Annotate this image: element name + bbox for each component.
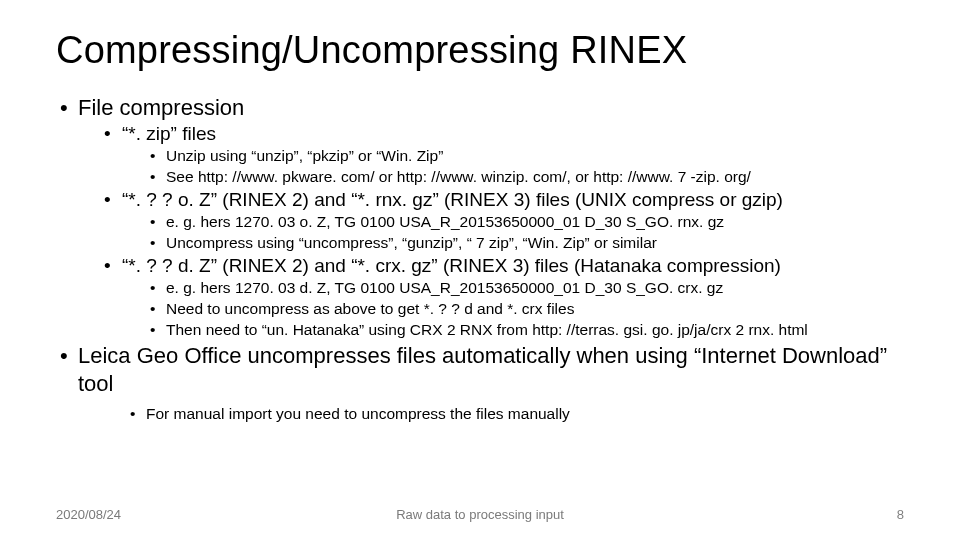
text: Need to uncompress as above to get *. ? … xyxy=(166,300,574,317)
text: Unzip using “unzip”, “pkzip” or “Win. Zi… xyxy=(166,147,443,164)
text: For manual import you need to uncompress… xyxy=(146,405,570,422)
bullet-oz-files: “*. ? ? o. Z” (RINEX 2) and “*. rnx. gz”… xyxy=(102,188,904,253)
bullet-oz-b: Uncompress using “uncompress”, “gunzip”,… xyxy=(146,233,904,253)
bullet-dz-c: Then need to “un. Hatanaka” using CRX 2 … xyxy=(146,320,904,340)
bullet-dz-b: Need to uncompress as above to get *. ? … xyxy=(146,299,904,319)
bullet-leica-a: For manual import you need to uncompress… xyxy=(126,404,904,424)
text: e. g. hers 1270. 03 d. Z, TG 0100 USA_R_… xyxy=(166,279,723,296)
bullet-leica: Leica Geo Office uncompresses files auto… xyxy=(56,342,904,424)
bullet-dz-files: “*. ? ? d. Z” (RINEX 2) and “*. crx. gz”… xyxy=(102,254,904,340)
text: “*. ? ? d. Z” (RINEX 2) and “*. crx. gz”… xyxy=(122,255,781,276)
bullet-file-compression: File compression “*. zip” files Unzip us… xyxy=(56,94,904,340)
bullet-oz-a: e. g. hers 1270. 03 o. Z, TG 0100 USA_R_… xyxy=(146,212,904,232)
text: See http: //www. pkware. com/ or http: /… xyxy=(166,168,751,185)
bullet-zip-b: See http: //www. pkware. com/ or http: /… xyxy=(146,167,904,187)
text: “*. ? ? o. Z” (RINEX 2) and “*. rnx. gz”… xyxy=(122,189,783,210)
footer-page-number: 8 xyxy=(897,507,904,522)
bullet-zip-files: “*. zip” files Unzip using “unzip”, “pkz… xyxy=(102,122,904,187)
text: Then need to “un. Hatanaka” using CRX 2 … xyxy=(166,321,808,338)
slide: Compressing/Uncompressing RINEX File com… xyxy=(0,0,960,540)
slide-title: Compressing/Uncompressing RINEX xyxy=(56,30,904,72)
text: File compression xyxy=(78,95,244,120)
slide-body: File compression “*. zip” files Unzip us… xyxy=(56,94,904,424)
text: Leica Geo Office uncompresses files auto… xyxy=(78,343,887,396)
bullet-dz-a: e. g. hers 1270. 03 d. Z, TG 0100 USA_R_… xyxy=(146,278,904,298)
text: e. g. hers 1270. 03 o. Z, TG 0100 USA_R_… xyxy=(166,213,724,230)
text: Uncompress using “uncompress”, “gunzip”,… xyxy=(166,234,657,251)
bullet-zip-a: Unzip using “unzip”, “pkzip” or “Win. Zi… xyxy=(146,146,904,166)
footer-title: Raw data to processing input xyxy=(0,507,960,522)
text: “*. zip” files xyxy=(122,123,216,144)
